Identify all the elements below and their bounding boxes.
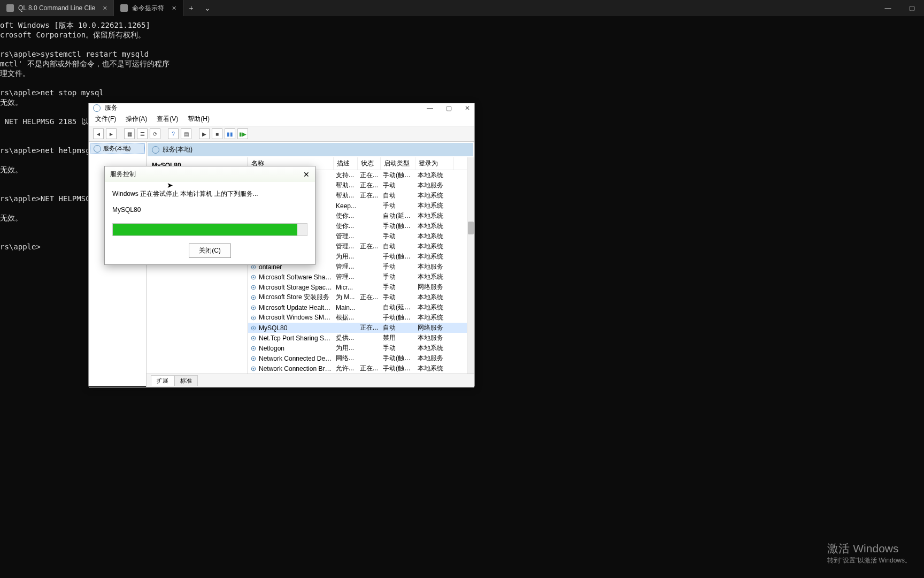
cell-logon: 本地系统: [418, 211, 456, 220]
close-icon[interactable]: ✕: [303, 170, 310, 179]
tab-dropdown-icon[interactable]: ⌄: [199, 0, 215, 16]
toolbar-btn[interactable]: ☰: [137, 128, 148, 139]
toolbar-btn[interactable]: ▦: [124, 128, 135, 139]
cell-status: 正在...: [360, 191, 383, 200]
cell-desc: Main...: [336, 304, 360, 311]
back-button[interactable]: ◄: [93, 128, 104, 139]
cell-desc: 管理...: [336, 232, 360, 241]
scrollbar-thumb[interactable]: [468, 222, 474, 234]
play-button[interactable]: ▶: [199, 128, 210, 139]
svg-point-21: [253, 276, 255, 278]
col-status[interactable]: 状态: [358, 157, 381, 170]
table-row[interactable]: Netlogon为用...手动本地系统: [248, 343, 474, 353]
cell-startup: 手动(触发...: [383, 222, 418, 231]
maximize-button[interactable]: ▢: [446, 104, 452, 112]
menu-action[interactable]: 操作(A): [126, 115, 147, 124]
cell-startup: 禁用: [383, 333, 418, 343]
tab-icon: [6, 4, 14, 12]
header-label: 服务(本地): [163, 145, 192, 154]
scrollbar[interactable]: [467, 157, 474, 374]
add-tab-button[interactable]: +: [183, 0, 199, 16]
svg-point-27: [253, 307, 255, 308]
gear-icon: [250, 335, 257, 341]
watermark-subtitle: 转到"设置"以激活 Windows。: [827, 556, 911, 565]
maximize-button[interactable]: ▢: [900, 0, 924, 16]
table-row[interactable]: MySQL80正在...自动网络服务: [248, 323, 474, 333]
cell-logon: 本地系统: [418, 252, 456, 261]
svg-point-37: [253, 358, 255, 359]
tab-cmd[interactable]: 命令提示符 ×: [114, 0, 183, 16]
col-startup[interactable]: 启动类型: [381, 157, 415, 170]
cell-logon: 本地系统: [418, 313, 456, 322]
tab-extended[interactable]: 扩展: [151, 375, 174, 386]
cell-logon: 本地系统: [418, 364, 456, 373]
cell-desc: 允许...: [336, 364, 360, 373]
cell-logon: 本地系统: [418, 242, 456, 251]
table-row[interactable]: Microsoft Software Shado...管理...手动本地系统: [248, 272, 474, 282]
cell-logon: 网络服务: [418, 283, 456, 292]
table-row[interactable]: Network Connected Devic...网络...手动(触发...本…: [248, 353, 474, 363]
cell-name: Microsoft Software Shado...: [259, 273, 336, 281]
table-row[interactable]: Microsoft Storage Spaces S...Micr...手动网络…: [248, 282, 474, 292]
pause-button[interactable]: ▮▮: [225, 128, 235, 139]
cell-startup: 手动: [383, 272, 418, 282]
col-desc[interactable]: 描述: [334, 157, 358, 170]
terminal-titlebar: QL 8.0 Command Line Clie × 命令提示符 × + ⌄ —…: [0, 0, 924, 16]
cell-name: Microsoft Windows SMS 路...: [259, 313, 336, 322]
minimize-button[interactable]: —: [427, 104, 433, 112]
cell-name: Netlogon: [259, 345, 336, 352]
cell-desc: Keep...: [336, 202, 360, 210]
menu-help[interactable]: 帮助(H): [188, 115, 210, 124]
cell-logon: 本地系统: [418, 303, 456, 312]
close-button[interactable]: 关闭(C): [189, 244, 231, 258]
cell-name: Microsoft Update Health S...: [259, 304, 336, 311]
cell-logon: 本地服务: [418, 181, 456, 190]
col-logon[interactable]: 登录为: [415, 157, 454, 170]
tab-standard[interactable]: 标准: [174, 375, 198, 386]
dialog-titlebar[interactable]: 服务控制 ✕: [105, 166, 315, 182]
cell-startup: 手动: [383, 293, 418, 302]
forward-button[interactable]: ►: [106, 128, 117, 139]
cell-status: 正在...: [360, 364, 383, 373]
cell-startup: 自动: [383, 242, 418, 251]
cell-startup: 手动(触发...: [383, 313, 418, 322]
services-header: 服务(本地): [148, 143, 473, 156]
tree-item-services-local[interactable]: 服务(本地): [90, 143, 145, 154]
cell-logon: 本地系统: [418, 293, 456, 302]
cell-desc: 为 M...: [336, 293, 360, 302]
restart-button[interactable]: ▮▶: [237, 128, 248, 139]
stop-button[interactable]: ■: [212, 128, 222, 139]
tree-label: 服务(本地): [103, 144, 130, 153]
table-row[interactable]: Microsoft Store 安装服务为 M...正在...手动本地系统: [248, 292, 474, 302]
cell-name: Network Connection Broker: [259, 365, 336, 372]
svg-point-33: [253, 337, 255, 339]
close-icon[interactable]: ×: [103, 4, 107, 12]
menu-file[interactable]: 文件(F): [95, 115, 116, 124]
cell-name: MySQL80: [259, 324, 336, 332]
gear-icon: [250, 345, 257, 352]
gear-icon: [250, 325, 257, 331]
services-titlebar[interactable]: 服务 — ▢ ✕: [89, 103, 474, 112]
table-row[interactable]: Network Connection Broker允许...正在...手动(触发…: [248, 363, 474, 374]
cell-desc: 使你...: [336, 211, 360, 220]
tab-icon: [120, 4, 128, 12]
close-icon[interactable]: ×: [172, 4, 176, 12]
cell-desc: 使你...: [336, 222, 360, 231]
gear-icon: [93, 104, 101, 112]
toolbar-btn[interactable]: ▤: [181, 128, 191, 139]
table-row[interactable]: Net.Tcp Port Sharing Service提供...禁用本地服务: [248, 333, 474, 343]
tab-mysql-cli[interactable]: QL 8.0 Command Line Clie ×: [0, 0, 114, 16]
table-row[interactable]: Microsoft Update Health S...Main...自动(延迟…: [248, 302, 474, 313]
minimize-button[interactable]: —: [876, 0, 900, 16]
cell-name: Microsoft Storage Spaces S...: [259, 284, 336, 291]
close-button[interactable]: ✕: [465, 104, 470, 112]
menu-view[interactable]: 查看(V): [157, 115, 178, 124]
svg-point-19: [253, 266, 255, 268]
table-row[interactable]: Microsoft Windows SMS 路...根据...手动(触发...本…: [248, 313, 474, 323]
cell-startup: 自动(延迟...: [383, 211, 418, 220]
refresh-button[interactable]: ⟳: [150, 128, 160, 139]
help-button[interactable]: ?: [168, 128, 179, 139]
svg-point-23: [253, 286, 255, 288]
cell-logon: 本地系统: [418, 201, 456, 210]
gear-icon: [250, 294, 257, 301]
